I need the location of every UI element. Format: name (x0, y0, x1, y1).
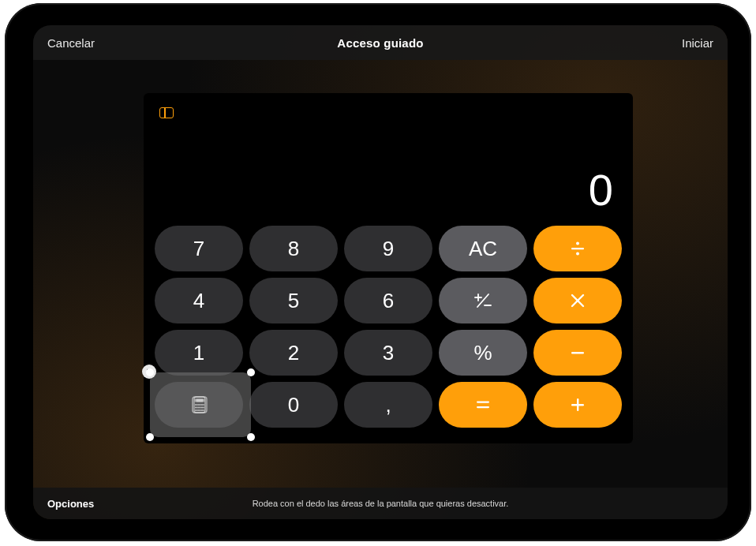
key-multiply[interactable] (533, 278, 622, 323)
ipad-screen: Cancelar Acceso guiado Iniciar 0 7 8 9 A… (33, 25, 728, 519)
key-minus[interactable] (533, 330, 622, 376)
svg-rect-9 (571, 352, 584, 353)
svg-point-2 (576, 252, 579, 256)
key-4[interactable]: 4 (155, 278, 243, 323)
sidebar-toggle-icon (159, 107, 174, 118)
key-9[interactable]: 9 (344, 226, 432, 271)
guided-access-navbar: Cancelar Acceso guiado Iniciar (33, 25, 728, 60)
region-handle-top-right[interactable] (247, 368, 255, 376)
key-decimal[interactable]: , (344, 382, 432, 428)
key-3[interactable]: 3 (344, 330, 432, 376)
svg-point-32 (203, 406, 204, 408)
plus-minus-icon (473, 291, 492, 310)
ipad-device-frame: Cancelar Acceso guiado Iniciar 0 7 8 9 A… (5, 3, 751, 541)
key-percent[interactable]: % (439, 330, 527, 376)
svg-rect-22 (477, 406, 489, 408)
multiply-icon (570, 293, 586, 309)
start-button[interactable]: Iniciar (682, 36, 713, 50)
region-handle-top-left[interactable] (146, 368, 154, 376)
svg-rect-21 (477, 402, 489, 403)
equals-icon (474, 396, 492, 413)
svg-point-27 (196, 404, 198, 406)
svg-point-34 (200, 410, 201, 411)
svg-rect-1 (571, 248, 584, 249)
key-plus[interactable] (533, 382, 622, 428)
svg-rect-24 (577, 398, 578, 411)
region-handle-bottom-right[interactable] (247, 433, 255, 441)
plus-icon (569, 396, 586, 413)
key-7[interactable]: 7 (155, 226, 243, 271)
svg-point-28 (200, 404, 201, 406)
options-button[interactable]: Opciones (47, 498, 158, 510)
key-1[interactable]: 1 (155, 330, 243, 376)
svg-point-31 (200, 406, 201, 408)
navbar-title: Acceso guiado (142, 36, 619, 50)
region-calculator-icon (193, 396, 208, 413)
guided-access-bottombar: Opciones Rodea con el dedo las áreas de … (33, 488, 728, 519)
svg-rect-26 (196, 399, 205, 402)
key-6[interactable]: 6 (344, 278, 432, 323)
svg-point-0 (576, 242, 579, 245)
key-plus-minus[interactable] (439, 278, 527, 323)
key-8[interactable]: 8 (249, 226, 338, 271)
key-equals[interactable] (439, 382, 527, 428)
key-0[interactable]: 0 (249, 382, 338, 428)
svg-point-35 (203, 410, 204, 411)
minus-icon (569, 344, 586, 361)
disabled-region[interactable]: × (150, 372, 251, 437)
svg-point-30 (196, 406, 198, 408)
svg-point-33 (196, 410, 198, 411)
region-handle-bottom-left[interactable] (146, 433, 154, 441)
divide-icon (569, 240, 586, 257)
key-divide[interactable] (533, 226, 622, 271)
hint-text: Rodea con el dedo las áreas de la pantal… (158, 499, 603, 508)
key-ac[interactable]: AC (439, 226, 527, 271)
cancel-button[interactable]: Cancelar (47, 36, 95, 50)
key-2[interactable]: 2 (249, 330, 338, 376)
key-5[interactable]: 5 (249, 278, 338, 323)
calculator-display: 0 (589, 164, 614, 215)
svg-point-29 (203, 404, 204, 406)
